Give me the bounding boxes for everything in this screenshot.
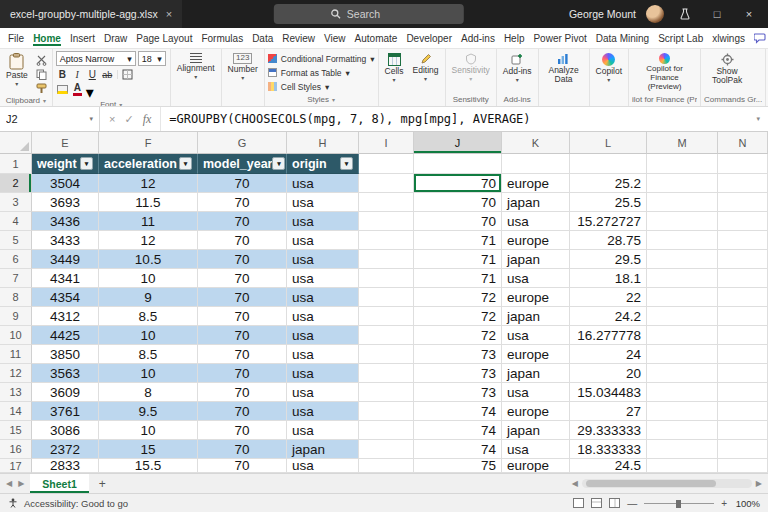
cell-N7[interactable] — [718, 269, 768, 288]
cell-E9[interactable]: 4312 — [32, 307, 99, 326]
cell-N15[interactable] — [718, 421, 768, 440]
row-header-1[interactable]: 1 — [0, 154, 32, 174]
cell-G4[interactable]: 70 — [198, 212, 287, 231]
cell-H9[interactable]: usa — [287, 307, 359, 326]
italic-button[interactable]: I — [71, 68, 84, 81]
menu-tab-data-mining[interactable]: Data Mining — [596, 30, 649, 46]
cell-E17[interactable]: 2833 — [32, 459, 99, 473]
name-box-input[interactable] — [6, 113, 66, 125]
cell-F12[interactable]: 10 — [99, 364, 198, 383]
cell-G2[interactable]: 70 — [198, 174, 287, 193]
cell-G11[interactable]: 70 — [198, 345, 287, 364]
table-header-origin[interactable]: origin▾ — [287, 154, 359, 174]
confirm-entry-icon[interactable]: ✓ — [124, 113, 133, 126]
cell-L4[interactable]: 15.272727 — [570, 212, 647, 231]
cell-J6[interactable]: 71 — [414, 250, 502, 269]
cell-M17[interactable] — [647, 459, 718, 473]
cell-N8[interactable] — [718, 288, 768, 307]
cell-K5[interactable]: europe — [502, 231, 570, 250]
sheet-nav-left-icon[interactable]: ◀ — [6, 479, 12, 488]
font-name-select[interactable]: Aptos Narrow ▾ — [56, 51, 136, 66]
menu-tab-data[interactable]: Data — [252, 30, 273, 46]
filter-dropdown-icon[interactable]: ▾ — [272, 157, 285, 170]
column-header-H[interactable]: H — [287, 132, 359, 154]
cell-E8[interactable]: 4354 — [32, 288, 99, 307]
cell-G9[interactable]: 70 — [198, 307, 287, 326]
horizontal-scrollbar[interactable] — [582, 479, 752, 488]
cell-J12[interactable]: 73 — [414, 364, 502, 383]
cell-K8[interactable]: europe — [502, 288, 570, 307]
cell-L13[interactable]: 15.034483 — [570, 383, 647, 402]
strikethrough-button[interactable]: ab — [101, 68, 114, 81]
cell-N10[interactable] — [718, 326, 768, 345]
font-size-select[interactable]: 18 ▾ — [138, 51, 166, 66]
cell-G7[interactable]: 70 — [198, 269, 287, 288]
cell-I8[interactable] — [359, 288, 414, 307]
user-name[interactable]: George Mount — [569, 8, 636, 20]
menu-tab-insert[interactable]: Insert — [70, 30, 95, 46]
cell-J8[interactable]: 72 — [414, 288, 502, 307]
chevron-down-icon[interactable]: ▾ — [89, 115, 93, 123]
cell-G15[interactable]: 70 — [198, 421, 287, 440]
cell-K3[interactable]: japan — [502, 193, 570, 212]
row-header-6[interactable]: 6 — [0, 250, 32, 269]
maximize-icon[interactable]: □ — [706, 0, 728, 28]
column-header-J[interactable]: J — [414, 132, 502, 154]
menu-tab-home[interactable]: Home — [33, 30, 61, 46]
cell-H17[interactable]: usa — [287, 459, 359, 473]
cell-M3[interactable] — [647, 193, 718, 212]
cell-E10[interactable]: 4425 — [32, 326, 99, 345]
cell-E7[interactable]: 4341 — [32, 269, 99, 288]
cell-M6[interactable] — [647, 250, 718, 269]
row-header-16[interactable]: 16 — [0, 440, 32, 459]
cell-I11[interactable] — [359, 345, 414, 364]
cell-F9[interactable]: 8.5 — [99, 307, 198, 326]
zoom-in-icon[interactable]: + — [721, 498, 727, 509]
cell-N6[interactable] — [718, 250, 768, 269]
row-header-3[interactable]: 3 — [0, 193, 32, 212]
add-sheet-icon[interactable]: + — [95, 477, 110, 491]
cell-E5[interactable]: 3433 — [32, 231, 99, 250]
cell-I15[interactable] — [359, 421, 414, 440]
cell-K12[interactable]: japan — [502, 364, 570, 383]
cell-K10[interactable]: usa — [502, 326, 570, 345]
cell-F16[interactable]: 15 — [99, 440, 198, 459]
insert-function-icon[interactable]: fx — [143, 112, 152, 127]
cell-L3[interactable]: 25.5 — [570, 193, 647, 212]
cell-F4[interactable]: 11 — [99, 212, 198, 231]
cell-H16[interactable]: japan — [287, 440, 359, 459]
cell-K2[interactable]: europe — [502, 174, 570, 193]
cell-G5[interactable]: 70 — [198, 231, 287, 250]
cell-F2[interactable]: 12 — [99, 174, 198, 193]
cell-I10[interactable] — [359, 326, 414, 345]
column-header-G[interactable]: G — [198, 132, 287, 154]
cell-F8[interactable]: 9 — [99, 288, 198, 307]
menu-tab-page-layout[interactable]: Page Layout — [136, 30, 192, 46]
cell-L10[interactable]: 16.277778 — [570, 326, 647, 345]
cell-G8[interactable]: 70 — [198, 288, 287, 307]
cell-H6[interactable]: usa — [287, 250, 359, 269]
cell-M2[interactable] — [647, 174, 718, 193]
menu-tab-xlwings[interactable]: xlwings — [712, 30, 745, 46]
cell-K13[interactable]: usa — [502, 383, 570, 402]
cell-M4[interactable] — [647, 212, 718, 231]
column-header-E[interactable]: E — [32, 132, 99, 154]
cell-M16[interactable] — [647, 440, 718, 459]
cell-E14[interactable]: 3761 — [32, 402, 99, 421]
cell-G16[interactable]: 70 — [198, 440, 287, 459]
cell-M13[interactable] — [647, 383, 718, 402]
conditional-formatting-button[interactable]: Conditional Formatting ▾ — [268, 52, 375, 65]
cell-J2[interactable]: 70 — [414, 174, 502, 193]
cell-E13[interactable]: 3609 — [32, 383, 99, 402]
cell-M1[interactable] — [647, 154, 718, 174]
select-all-corner[interactable] — [0, 132, 32, 154]
cell-E3[interactable]: 3693 — [32, 193, 99, 212]
table-header-model_year[interactable]: model_year▾ — [198, 154, 287, 174]
cell-L8[interactable]: 22 — [570, 288, 647, 307]
cell-I2[interactable] — [359, 174, 414, 193]
cell-L11[interactable]: 24 — [570, 345, 647, 364]
cell-M15[interactable] — [647, 421, 718, 440]
sheet-nav-right-icon[interactable]: ▶ — [18, 479, 24, 488]
cell-I6[interactable] — [359, 250, 414, 269]
cell-K11[interactable]: europe — [502, 345, 570, 364]
